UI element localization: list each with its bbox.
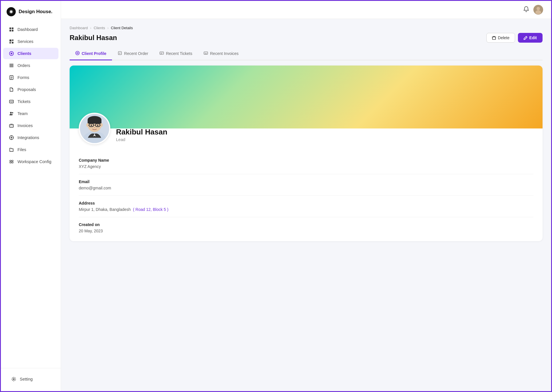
breadcrumb-clients[interactable]: Clients — [94, 26, 105, 30]
grid-icon — [9, 27, 14, 32]
tab-label: Recent Invoices — [210, 51, 239, 56]
svg-point-59 — [97, 125, 99, 126]
sidebar-item-tickets[interactable]: Tickets — [3, 96, 58, 107]
svg-rect-6 — [9, 39, 11, 41]
svg-point-1 — [10, 11, 12, 13]
profile-avatar — [79, 113, 110, 144]
sidebar-item-label: Setting — [20, 377, 33, 381]
detail-email: Email demo@gmail.com — [79, 174, 533, 196]
sidebar-item-label: Clients — [17, 51, 31, 56]
svg-point-23 — [10, 112, 12, 114]
list-icon — [9, 63, 14, 68]
delete-button[interactable]: Delete — [486, 33, 515, 43]
detail-company: Company Name XYZ Agency — [79, 153, 533, 174]
sidebar: Design House. Dashboard — [1, 1, 61, 391]
sidebar-bottom: Setting — [1, 368, 61, 391]
notification-icon[interactable] — [523, 6, 529, 14]
sidebar-item-files[interactable]: Files — [3, 144, 58, 155]
svg-rect-34 — [13, 137, 13, 138]
svg-rect-28 — [12, 126, 13, 126]
sidebar-item-label: Proposals — [17, 87, 36, 92]
svg-rect-22 — [11, 102, 12, 102]
svg-point-39 — [13, 379, 15, 380]
sidebar-item-proposals[interactable]: Proposals — [3, 84, 58, 95]
sidebar-item-services[interactable]: Services — [3, 36, 58, 47]
page-header: Rakibul Hasan Delete Edit — [70, 33, 543, 43]
app-name: Design House. — [19, 9, 52, 15]
sidebar-item-label: Forms — [17, 75, 29, 80]
edit-icon — [524, 36, 528, 40]
svg-rect-18 — [11, 78, 12, 79]
svg-rect-43 — [492, 37, 496, 39]
tab-label: Recent Order — [124, 51, 148, 56]
breadcrumb-sep-1: › — [90, 26, 91, 30]
sidebar-item-label: Workspace Config — [17, 159, 51, 164]
sidebar-item-invoices[interactable]: Invoices — [3, 120, 58, 131]
detail-label-company: Company Name — [79, 158, 533, 163]
svg-point-45 — [77, 52, 78, 54]
sidebar-item-dashboard[interactable]: Dashboard — [3, 24, 58, 35]
sidebar-item-label: Integrations — [17, 135, 39, 140]
invoices-icon — [9, 123, 14, 128]
detail-value-address: Mirpur 1, Dhaka, Bangladesh ( Road 12, B… — [79, 207, 533, 212]
gear-icon — [11, 377, 16, 382]
tab-recent-invoices[interactable]: Recent Invoices — [198, 48, 244, 60]
edit-button[interactable]: Edit — [518, 33, 543, 43]
sidebar-item-orders[interactable]: Orders — [3, 60, 58, 71]
tab-label: Client Profile — [82, 51, 106, 56]
detail-created: Created on 20 May, 2023 — [79, 217, 533, 238]
sidebar-item-team[interactable]: Team — [3, 108, 58, 119]
svg-rect-16 — [11, 77, 12, 77]
sidebar-item-forms[interactable]: Forms — [3, 72, 58, 83]
svg-rect-36 — [12, 160, 13, 161]
breadcrumb-dashboard[interactable]: Dashboard — [70, 26, 88, 30]
svg-rect-7 — [12, 39, 13, 41]
sidebar-item-label: Orders — [17, 63, 30, 68]
svg-rect-38 — [12, 162, 13, 163]
workspace-config-icon — [9, 159, 14, 164]
team-icon — [9, 111, 14, 116]
svg-rect-53 — [88, 120, 101, 124]
profile-card: Rakibul Hasan Lead Company Name XYZ Agen… — [70, 66, 543, 241]
svg-rect-5 — [12, 30, 13, 31]
svg-rect-9 — [12, 42, 13, 43]
detail-value-created: 20 May, 2023 — [79, 229, 533, 233]
detail-label-email: Email — [79, 179, 533, 184]
sidebar-item-workspace-config[interactable]: Workspace Config — [3, 156, 58, 167]
app-logo[interactable]: Design House. — [1, 1, 61, 21]
tab-label: Recent Tickets — [166, 51, 192, 56]
header-actions: Delete Edit — [486, 33, 543, 43]
tab-client-profile[interactable]: Client Profile — [70, 48, 112, 60]
svg-rect-35 — [10, 160, 11, 161]
tab-recent-order[interactable]: Recent Order — [112, 48, 154, 60]
svg-rect-19 — [9, 100, 13, 103]
svg-point-30 — [11, 137, 12, 138]
tag-icon — [9, 39, 14, 44]
svg-rect-2 — [9, 27, 11, 29]
breadcrumb-sep-2: › — [107, 26, 109, 30]
sidebar-item-clients[interactable]: Clients — [3, 48, 58, 59]
tab-icon-invoices — [204, 51, 208, 56]
tab-recent-tickets[interactable]: Recent Tickets — [154, 48, 198, 60]
clients-icon — [9, 51, 14, 56]
detail-label-created: Created on — [79, 222, 533, 227]
profile-name: Rakibul Hasan — [116, 128, 167, 136]
tabs: Client Profile Recent Order — [70, 48, 543, 60]
user-avatar[interactable] — [533, 5, 543, 15]
sidebar-item-label: Files — [17, 147, 26, 152]
sidebar-item-integrations[interactable]: Integrations — [3, 132, 58, 143]
avatar-svg — [80, 113, 109, 144]
sidebar-item-label: Tickets — [17, 99, 30, 104]
tab-icon-profile — [75, 51, 80, 56]
topbar-icons — [523, 5, 543, 15]
page-title: Rakibul Hasan — [70, 34, 117, 42]
detail-value-company: XYZ Agency — [79, 164, 533, 169]
delete-label: Delete — [498, 35, 509, 40]
files-icon — [9, 147, 14, 152]
integrations-icon — [9, 135, 14, 140]
delete-icon — [492, 36, 496, 40]
svg-rect-17 — [11, 78, 12, 78]
sidebar-item-setting[interactable]: Setting — [5, 373, 56, 385]
sidebar-item-label: Team — [17, 111, 27, 116]
svg-rect-13 — [9, 65, 13, 66]
